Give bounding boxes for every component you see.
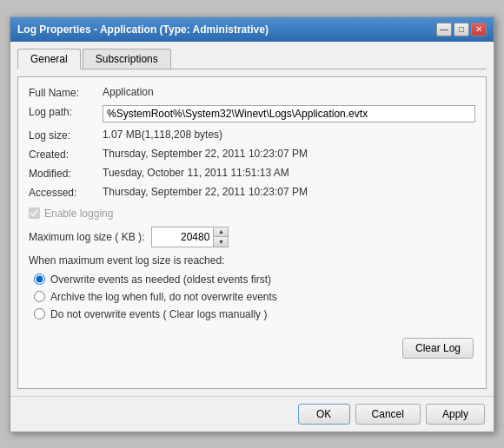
- log-path-input[interactable]: [103, 105, 475, 122]
- spin-down-button[interactable]: ▼: [214, 237, 228, 247]
- close-button[interactable]: ✕: [471, 23, 487, 36]
- log-size-label: Log size:: [29, 128, 103, 142]
- created-label: Created:: [29, 148, 103, 161]
- dialog-content: General Subscriptions Full Name: Applica…: [10, 42, 494, 396]
- max-log-size-row: Maximum log size ( KB ): ▲ ▼: [29, 227, 475, 247]
- max-log-size-label: Maximum log size ( KB ):: [29, 231, 144, 243]
- log-path-row: Log path:: [29, 105, 475, 122]
- created-value: Thursday, September 22, 2011 10:23:07 PM: [103, 148, 475, 160]
- modified-label: Modified:: [29, 167, 103, 180]
- cancel-button[interactable]: Cancel: [355, 404, 421, 425]
- window-title: Log Properties - Application (Type: Admi…: [17, 23, 269, 36]
- max-log-size-input[interactable]: [152, 227, 213, 247]
- minimize-button[interactable]: —: [436, 23, 452, 36]
- modified-value: Tuesday, October 11, 2011 11:51:13 AM: [103, 167, 475, 179]
- title-bar: Log Properties - Application (Type: Admi…: [10, 17, 494, 42]
- radio-donotoverwrite[interactable]: [34, 308, 45, 320]
- radio-archive-row: Archive the log when full, do not overwr…: [34, 291, 475, 303]
- accessed-row: Accessed: Thursday, September 22, 2011 1…: [29, 186, 475, 199]
- accessed-label: Accessed:: [29, 186, 103, 199]
- log-path-label: Log path:: [29, 105, 103, 118]
- title-bar-buttons: — □ ✕: [436, 23, 487, 36]
- full-name-row: Full Name: Application: [29, 86, 475, 99]
- clear-log-area: Clear Log: [29, 338, 475, 359]
- divider-section: Enable logging: [29, 208, 475, 220]
- enable-logging-row: Enable logging: [29, 208, 475, 220]
- dialog-footer: OK Cancel Apply: [10, 396, 494, 432]
- dialog-window: Log Properties - Application (Type: Admi…: [10, 16, 494, 432]
- spin-buttons: ▲ ▼: [213, 227, 228, 247]
- created-row: Created: Thursday, September 22, 2011 10…: [29, 148, 475, 161]
- log-path-container: [103, 105, 475, 122]
- accessed-value: Thursday, September 22, 2011 10:23:07 PM: [103, 186, 475, 198]
- full-name-label: Full Name:: [29, 86, 103, 99]
- modified-row: Modified: Tuesday, October 11, 2011 11:5…: [29, 167, 475, 180]
- radio-archive-label: Archive the log when full, do not overwr…: [50, 291, 277, 303]
- enable-logging-checkbox[interactable]: [29, 208, 40, 219]
- when-label: When maximum event log size is reached:: [29, 254, 475, 267]
- enable-logging-label: Enable logging: [44, 208, 113, 220]
- tab-subscriptions[interactable]: Subscriptions: [83, 49, 171, 69]
- tab-general[interactable]: General: [17, 49, 81, 69]
- full-name-value: Application: [103, 86, 475, 98]
- maximize-button[interactable]: □: [454, 23, 469, 36]
- radio-donotoverwrite-row: Do not overwrite events ( Clear logs man…: [34, 308, 475, 320]
- radio-donotoverwrite-label: Do not overwrite events ( Clear logs man…: [50, 308, 267, 320]
- radio-overwrite[interactable]: [34, 273, 45, 285]
- max-log-size-input-wrap: ▲ ▼: [151, 227, 229, 247]
- log-size-value: 1.07 MB(1,118,208 bytes): [103, 128, 475, 141]
- radio-overwrite-label: Overwrite events as needed (oldest event…: [50, 273, 271, 286]
- radio-archive[interactable]: [34, 291, 45, 302]
- clear-log-button[interactable]: Clear Log: [402, 338, 474, 359]
- tab-bar: General Subscriptions: [17, 49, 487, 69]
- spin-up-button[interactable]: ▲: [214, 227, 228, 237]
- radio-overwrite-row: Overwrite events as needed (oldest event…: [34, 273, 475, 286]
- ok-button[interactable]: OK: [298, 404, 350, 425]
- tab-general-content: Full Name: Application Log path: Log siz…: [17, 76, 487, 389]
- log-size-row: Log size: 1.07 MB(1,118,208 bytes): [29, 128, 475, 142]
- apply-button[interactable]: Apply: [426, 404, 485, 425]
